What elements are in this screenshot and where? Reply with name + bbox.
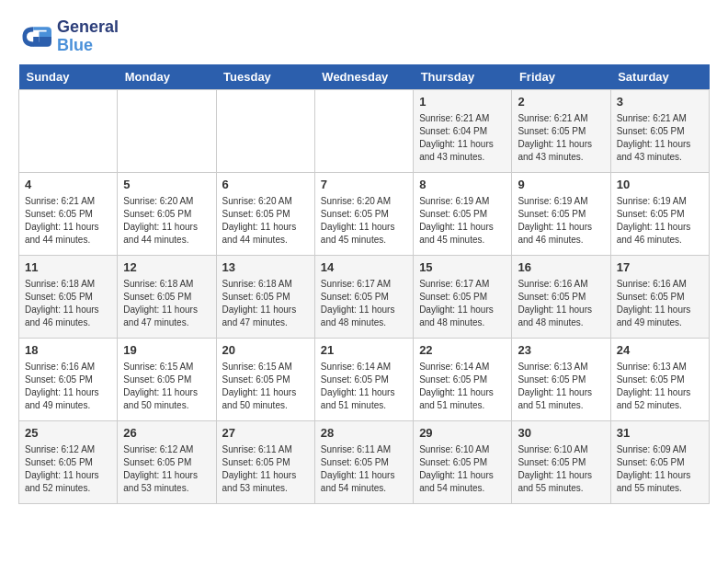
day-number: 14 [321, 259, 407, 276]
day-cell: 29Sunrise: 6:10 AM Sunset: 6:05 PM Dayli… [414, 420, 512, 503]
day-number: 15 [419, 259, 506, 276]
day-info: Sunrise: 6:21 AM Sunset: 6:04 PM Dayligh… [419, 112, 506, 164]
day-cell: 20Sunrise: 6:15 AM Sunset: 6:05 PM Dayli… [216, 338, 314, 420]
day-info: Sunrise: 6:13 AM Sunset: 6:05 PM Dayligh… [617, 361, 703, 412]
day-cell [314, 89, 413, 172]
day-number: 25 [25, 425, 111, 442]
day-info: Sunrise: 6:20 AM Sunset: 6:05 PM Dayligh… [321, 195, 407, 247]
day-number: 17 [617, 259, 703, 276]
day-cell: 7Sunrise: 6:20 AM Sunset: 6:05 PM Daylig… [314, 172, 413, 255]
day-info: Sunrise: 6:11 AM Sunset: 6:05 PM Dayligh… [222, 443, 309, 495]
day-number: 29 [419, 425, 506, 442]
day-cell: 24Sunrise: 6:13 AM Sunset: 6:05 PM Dayli… [610, 338, 709, 420]
weekday-header-monday: Monday [118, 64, 216, 90]
week-row-2: 4Sunrise: 6:21 AM Sunset: 6:05 PM Daylig… [19, 172, 710, 255]
week-row-4: 18Sunrise: 6:16 AM Sunset: 6:05 PM Dayli… [19, 338, 710, 420]
weekday-header-sunday: Sunday [19, 64, 118, 90]
day-info: Sunrise: 6:11 AM Sunset: 6:05 PM Dayligh… [321, 443, 407, 495]
day-number: 1 [419, 94, 506, 110]
day-info: Sunrise: 6:09 AM Sunset: 6:05 PM Dayligh… [617, 443, 703, 495]
day-cell: 9Sunrise: 6:19 AM Sunset: 6:05 PM Daylig… [512, 172, 610, 255]
day-cell: 14Sunrise: 6:17 AM Sunset: 6:05 PM Dayli… [314, 255, 413, 338]
day-cell: 22Sunrise: 6:14 AM Sunset: 6:05 PM Dayli… [414, 338, 512, 420]
day-info: Sunrise: 6:18 AM Sunset: 6:05 PM Dayligh… [123, 278, 210, 329]
day-number: 13 [222, 259, 309, 276]
day-cell: 28Sunrise: 6:11 AM Sunset: 6:05 PM Dayli… [314, 420, 413, 503]
day-info: Sunrise: 6:17 AM Sunset: 6:05 PM Dayligh… [419, 278, 506, 329]
logo: General Blue [18, 18, 119, 55]
weekday-header-thursday: Thursday [414, 64, 512, 90]
day-number: 30 [518, 425, 604, 442]
day-info: Sunrise: 6:20 AM Sunset: 6:05 PM Dayligh… [222, 195, 309, 247]
day-number: 18 [25, 342, 111, 359]
day-info: Sunrise: 6:16 AM Sunset: 6:05 PM Dayligh… [617, 278, 703, 329]
day-cell: 23Sunrise: 6:13 AM Sunset: 6:05 PM Dayli… [512, 338, 610, 420]
day-number: 21 [321, 342, 407, 359]
day-info: Sunrise: 6:21 AM Sunset: 6:05 PM Dayligh… [617, 112, 703, 164]
page-header: General Blue [18, 18, 710, 55]
day-cell [216, 89, 314, 172]
day-number: 22 [419, 342, 506, 359]
day-number: 5 [123, 177, 210, 193]
day-info: Sunrise: 6:10 AM Sunset: 6:05 PM Dayligh… [419, 443, 506, 495]
day-number: 24 [617, 342, 703, 359]
day-info: Sunrise: 6:13 AM Sunset: 6:05 PM Dayligh… [518, 361, 604, 412]
day-number: 26 [123, 425, 210, 442]
day-info: Sunrise: 6:14 AM Sunset: 6:05 PM Dayligh… [321, 361, 407, 412]
day-cell: 15Sunrise: 6:17 AM Sunset: 6:05 PM Dayli… [414, 255, 512, 338]
day-info: Sunrise: 6:18 AM Sunset: 6:05 PM Dayligh… [222, 278, 309, 329]
day-number: 31 [617, 425, 703, 442]
day-info: Sunrise: 6:21 AM Sunset: 6:05 PM Dayligh… [518, 112, 604, 164]
day-info: Sunrise: 6:16 AM Sunset: 6:05 PM Dayligh… [518, 278, 604, 329]
day-cell: 1Sunrise: 6:21 AM Sunset: 6:04 PM Daylig… [414, 89, 512, 172]
day-cell: 5Sunrise: 6:20 AM Sunset: 6:05 PM Daylig… [118, 172, 216, 255]
day-info: Sunrise: 6:19 AM Sunset: 6:05 PM Dayligh… [518, 195, 604, 247]
day-info: Sunrise: 6:14 AM Sunset: 6:05 PM Dayligh… [419, 361, 506, 412]
day-cell: 3Sunrise: 6:21 AM Sunset: 6:05 PM Daylig… [610, 89, 709, 172]
day-cell: 10Sunrise: 6:19 AM Sunset: 6:05 PM Dayli… [610, 172, 709, 255]
day-cell: 19Sunrise: 6:15 AM Sunset: 6:05 PM Dayli… [118, 338, 216, 420]
day-cell [19, 89, 118, 172]
weekday-header-saturday: Saturday [610, 64, 709, 90]
logo-text: General Blue [57, 18, 119, 55]
day-number: 27 [222, 425, 309, 442]
week-row-1: 1Sunrise: 6:21 AM Sunset: 6:04 PM Daylig… [19, 89, 710, 172]
day-cell: 13Sunrise: 6:18 AM Sunset: 6:05 PM Dayli… [216, 255, 314, 338]
day-number: 10 [617, 177, 703, 193]
day-cell: 27Sunrise: 6:11 AM Sunset: 6:05 PM Dayli… [216, 420, 314, 503]
day-info: Sunrise: 6:19 AM Sunset: 6:05 PM Dayligh… [419, 195, 506, 247]
day-cell: 30Sunrise: 6:10 AM Sunset: 6:05 PM Dayli… [512, 420, 610, 503]
day-cell: 11Sunrise: 6:18 AM Sunset: 6:05 PM Dayli… [19, 255, 118, 338]
day-info: Sunrise: 6:12 AM Sunset: 6:05 PM Dayligh… [25, 443, 111, 495]
day-number: 19 [123, 342, 210, 359]
day-cell [118, 89, 216, 172]
day-cell: 16Sunrise: 6:16 AM Sunset: 6:05 PM Dayli… [512, 255, 610, 338]
week-row-5: 25Sunrise: 6:12 AM Sunset: 6:05 PM Dayli… [19, 420, 710, 503]
day-number: 7 [321, 177, 407, 193]
day-cell: 31Sunrise: 6:09 AM Sunset: 6:05 PM Dayli… [610, 420, 709, 503]
day-info: Sunrise: 6:19 AM Sunset: 6:05 PM Dayligh… [617, 195, 703, 247]
weekday-header-row: SundayMondayTuesdayWednesdayThursdayFrid… [19, 64, 710, 90]
day-number: 9 [518, 177, 604, 193]
day-info: Sunrise: 6:21 AM Sunset: 6:05 PM Dayligh… [25, 195, 111, 247]
day-number: 28 [321, 425, 407, 442]
day-cell: 25Sunrise: 6:12 AM Sunset: 6:05 PM Dayli… [19, 420, 118, 503]
day-number: 11 [25, 259, 111, 276]
day-cell: 18Sunrise: 6:16 AM Sunset: 6:05 PM Dayli… [19, 338, 118, 420]
week-row-3: 11Sunrise: 6:18 AM Sunset: 6:05 PM Dayli… [19, 255, 710, 338]
day-cell: 6Sunrise: 6:20 AM Sunset: 6:05 PM Daylig… [216, 172, 314, 255]
day-cell: 17Sunrise: 6:16 AM Sunset: 6:05 PM Dayli… [610, 255, 709, 338]
weekday-header-friday: Friday [512, 64, 610, 90]
weekday-header-tuesday: Tuesday [216, 64, 314, 90]
day-number: 12 [123, 259, 210, 276]
day-info: Sunrise: 6:15 AM Sunset: 6:05 PM Dayligh… [222, 361, 309, 412]
weekday-header-wednesday: Wednesday [314, 64, 413, 90]
day-info: Sunrise: 6:20 AM Sunset: 6:05 PM Dayligh… [123, 195, 210, 247]
day-number: 8 [419, 177, 506, 193]
day-info: Sunrise: 6:12 AM Sunset: 6:05 PM Dayligh… [123, 443, 210, 495]
day-info: Sunrise: 6:16 AM Sunset: 6:05 PM Dayligh… [25, 361, 111, 412]
day-cell: 4Sunrise: 6:21 AM Sunset: 6:05 PM Daylig… [19, 172, 118, 255]
day-cell: 8Sunrise: 6:19 AM Sunset: 6:05 PM Daylig… [414, 172, 512, 255]
calendar-table: SundayMondayTuesdayWednesdayThursdayFrid… [18, 64, 710, 504]
day-number: 20 [222, 342, 309, 359]
